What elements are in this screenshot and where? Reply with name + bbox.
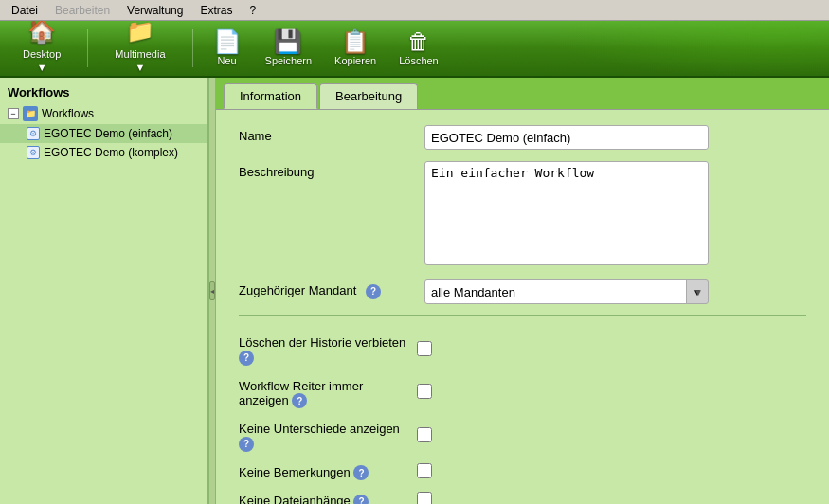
workflow-complex-label: EGOTEC Demo (komplex) (44, 146, 178, 159)
checkbox-no-attachments-help[interactable]: ? (353, 495, 369, 505)
mandant-select[interactable]: alle Mandanten (424, 279, 699, 304)
delete-button[interactable]: 🗑 Löschen (391, 27, 446, 70)
main-layout: Workflows − 📁 Workflows ⚙ EGOTEC Demo (e… (0, 78, 829, 504)
checkbox-delete-history-label: Löschen der Historie verbieten ? (239, 332, 409, 366)
checkbox-show-tabs[interactable] (417, 384, 432, 399)
mandant-select-wrapper: alle Mandanten ▼ (424, 279, 709, 304)
save-icon: 💾 (274, 30, 302, 53)
tabs-bar: Information Bearbeitung (216, 78, 829, 109)
delete-label: Löschen (399, 55, 439, 66)
desktop-icon: 🏠 (27, 21, 56, 43)
checkbox-no-notes-help[interactable]: ? (353, 465, 369, 480)
new-label: Neu (217, 55, 236, 66)
new-icon: 📄 (213, 30, 242, 53)
checkbox-no-notes-label: Keine Bemerkungen ? (239, 461, 409, 481)
checkbox-no-diff-label: Keine Unterschiede anzeigen ? (239, 418, 409, 452)
checkbox-show-tabs-help[interactable]: ? (292, 393, 307, 408)
sidebar-collapse-btn[interactable]: ◂ (209, 281, 215, 300)
toolbar-sep-2 (192, 29, 193, 67)
copy-button[interactable]: 📋 Kopieren (327, 27, 384, 70)
tab-information[interactable]: Information (224, 83, 317, 109)
name-input[interactable] (424, 125, 709, 150)
menubar: Datei Bearbeiten Verwaltung Extras ? (0, 0, 829, 21)
multimedia-label: Multimedia ▼ (107, 45, 172, 77)
copy-icon: 📋 (341, 30, 369, 53)
checkbox-row-3: Keine Bemerkungen ? (239, 461, 806, 481)
expand-button[interactable]: − (8, 108, 19, 119)
menu-help[interactable]: ? (242, 2, 263, 19)
sidebar-title: Workflows (0, 81, 207, 103)
delete-icon: 🗑 (407, 30, 430, 53)
mandant-dropdown-btn[interactable]: ▼ (686, 279, 709, 304)
sidebar: Workflows − 📁 Workflows ⚙ EGOTEC Demo (e… (0, 78, 208, 504)
workflow-simple-icon: ⚙ (27, 127, 40, 140)
sidebar-root-label: Workflows (42, 107, 94, 120)
checkbox-no-diff[interactable] (417, 427, 432, 442)
menu-bearbeiten: Bearbeiten (47, 2, 117, 19)
new-button[interactable]: 📄 Neu (205, 27, 250, 70)
checkbox-row-2: Keine Unterschiede anzeigen ? (239, 418, 806, 452)
workflow-simple-label: EGOTEC Demo (einfach) (44, 127, 172, 140)
menu-datei[interactable]: Datei (4, 2, 45, 19)
menu-verwaltung[interactable]: Verwaltung (119, 2, 190, 19)
desktop-label: Desktop ▼ (15, 45, 68, 77)
multimedia-dropdown-arrow: ▼ (135, 62, 146, 73)
toolbar-sep-1 (87, 29, 88, 67)
name-label: Name (239, 125, 409, 143)
form-panel: Name Beschreibung Ein einfacher Workflow… (216, 109, 829, 504)
content-area: Information Bearbeitung Name Beschreibun… (216, 78, 829, 504)
workflows-folder-icon: 📁 (23, 106, 38, 121)
name-field-wrapper (424, 125, 806, 150)
sidebar-root-workflows[interactable]: − 📁 Workflows (0, 103, 207, 124)
checkbox-delete-history-help[interactable]: ? (239, 351, 254, 366)
menu-extras[interactable]: Extras (192, 2, 240, 19)
name-row: Name (239, 125, 806, 150)
toolbar: 🏠 Desktop ▼ 📁 Multimedia ▼ 📄 Neu 💾 Speic… (0, 21, 829, 78)
sidebar-resize-handle[interactable]: ◂ (208, 78, 216, 504)
checkbox-row-0: Löschen der Historie verbieten ? (239, 332, 806, 366)
copy-label: Kopieren (334, 55, 376, 66)
tab-bearbeitung[interactable]: Bearbeitung (319, 83, 418, 109)
description-row: Beschreibung Ein einfacher Workflow (239, 161, 806, 268)
checkbox-no-diff-help[interactable]: ? (239, 437, 254, 452)
checkbox-row-4: Keine Dateianhänge ? (239, 490, 806, 504)
sidebar-item-workflow-complex[interactable]: ⚙ EGOTEC Demo (komplex) (0, 143, 207, 162)
mandant-field-wrapper: alle Mandanten ▼ (424, 279, 806, 304)
desktop-dropdown-arrow: ▼ (37, 62, 47, 73)
checkbox-no-attachments[interactable] (417, 492, 432, 504)
checkbox-row-1: Workflow Reiter immer anzeigen ? (239, 375, 806, 409)
checkbox-delete-history[interactable] (417, 341, 432, 356)
description-textarea[interactable]: Ein einfacher Workflow (424, 161, 709, 265)
save-label: Speichern (265, 55, 313, 66)
section-divider (239, 315, 806, 316)
mandant-label: Zugehöriger Mandant ? (239, 279, 409, 299)
checkbox-no-attachments-label: Keine Dateianhänge ? (239, 490, 409, 504)
save-button[interactable]: 💾 Speichern (258, 27, 320, 70)
mandant-row: Zugehöriger Mandant ? alle Mandanten ▼ (239, 279, 806, 304)
checkbox-show-tabs-label: Workflow Reiter immer anzeigen ? (239, 375, 409, 409)
desktop-button[interactable]: 🏠 Desktop ▼ (8, 21, 76, 78)
checkbox-no-notes[interactable] (417, 463, 432, 478)
description-label: Beschreibung (239, 161, 409, 179)
multimedia-button[interactable]: 📁 Multimedia ▼ (99, 21, 180, 78)
sidebar-item-workflow-simple[interactable]: ⚙ EGOTEC Demo (einfach) (0, 124, 207, 143)
mandant-help-badge[interactable]: ? (366, 284, 381, 299)
multimedia-icon: 📁 (126, 21, 154, 43)
description-field-wrapper: Ein einfacher Workflow (424, 161, 806, 268)
workflow-complex-icon: ⚙ (27, 146, 40, 159)
